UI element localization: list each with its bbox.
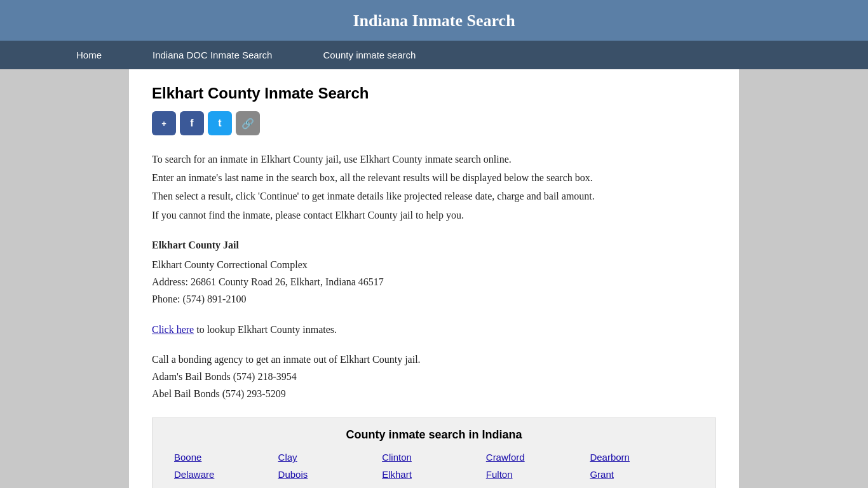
share-button-link[interactable]: 🔗 [236,111,260,135]
lookup-suffix: to lookup Elkhart County inmates. [194,324,337,335]
jail-name-text: Elkhart County Jail [152,240,239,250]
county-grid: BooneClayClintonCrawfordDearbornDelaware… [168,452,700,488]
county-link-dubois[interactable]: Dubois [278,469,383,480]
county-link-grant[interactable]: Grant [590,469,694,480]
jail-name: Elkhart County Jail [152,236,716,254]
jail-info: Elkhart County Jail Elkhart County Corre… [152,236,716,308]
share-button-twitter[interactable]: t [208,111,232,135]
nav-home[interactable]: Home [51,41,127,69]
county-link-clay[interactable]: Clay [278,452,383,463]
desc-line-4: If you cannot find the inmate, please co… [152,207,716,224]
share-buttons: + f t 🔗 [152,111,716,135]
page-heading: Elkhart County Inmate Search [152,85,716,102]
bail-agency-1: Adam's Bail Bonds (574) 218-3954 [152,368,716,385]
bail-agency-2: Abel Bail Bonds (574) 293-5209 [152,385,716,402]
county-link-delaware[interactable]: Delaware [174,469,278,480]
county-link-boone[interactable]: Boone [174,452,278,463]
desc-line-3: Then select a result, click 'Continue' t… [152,187,716,205]
desc-line-1: To search for an inmate in Elkhart Count… [152,151,716,168]
phone-value: (574) 891-2100 [182,294,246,304]
jail-phone: Phone: (574) 891-2100 [152,290,716,308]
address-label: Address: [152,276,191,287]
county-link-dearborn[interactable]: Dearborn [590,452,694,463]
main-nav: Home Indiana DOC Inmate Search County in… [0,41,868,69]
jail-facility: Elkhart County Correctional Complex [152,256,716,273]
phone-label: Phone: [152,294,182,304]
county-section: County inmate search in Indiana BooneCla… [152,417,716,488]
share-button-facebook[interactable]: f [180,111,204,135]
site-header: Indiana Inmate Search [0,0,868,41]
county-link-crawford[interactable]: Crawford [486,452,590,463]
county-link-fulton[interactable]: Fulton [486,469,590,480]
county-link-elkhart[interactable]: Elkhart [382,469,486,480]
desc-line-2: Enter an inmate's last name in the searc… [152,169,716,186]
nav-doc-search[interactable]: Indiana DOC Inmate Search [127,41,297,69]
bail-intro: Call a bonding agency to get an inmate o… [152,351,716,368]
lookup-text: Click here to lookup Elkhart County inma… [152,321,716,338]
bail-bonds: Call a bonding agency to get an inmate o… [152,351,716,403]
address-value: 26861 County Road 26, Elkhart, Indiana 4… [191,276,384,287]
content-area: Elkhart County Inmate Search + f t 🔗 To … [129,69,739,488]
jail-address: Address: 26861 County Road 26, Elkhart, … [152,273,716,290]
county-link-clinton[interactable]: Clinton [382,452,486,463]
description-block: To search for an inmate in Elkhart Count… [152,151,716,224]
share-button-general[interactable]: + [152,111,176,135]
site-title: Indiana Inmate Search [0,11,868,30]
county-section-title: County inmate search in Indiana [168,428,700,442]
nav-county-search[interactable]: County inmate search [297,41,441,69]
lookup-link[interactable]: Click here [152,324,194,335]
